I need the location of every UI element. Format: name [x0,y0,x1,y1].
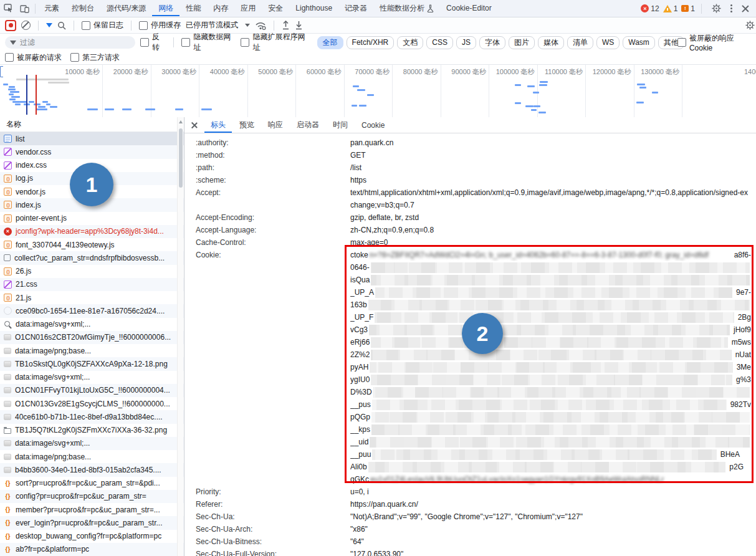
filter-chip-全部[interactable]: 全部 [317,36,343,49]
filter-chip-清单[interactable]: 清单 [567,36,593,49]
request-name: cce09bc0-1654-11ee-81e7-a167056c2d24.... [16,307,165,315]
request-row[interactable]: ever_login?pr=ucpro&fr=pc&uc_param_str..… [0,516,184,529]
tab-性能数据分析[interactable]: 性能数据分析 [373,0,440,16]
filter-chip-字体[interactable]: 字体 [479,36,505,49]
preserve-log-checkbox[interactable]: 保留日志 [82,20,123,31]
detail-tab-预览[interactable]: 预览 [233,118,261,133]
tab-源代码/来源[interactable]: 源代码/来源 [100,0,152,16]
hide-extension-urls-checkbox[interactable]: 隐藏扩展程序网址 [241,32,309,53]
detail-tab-响应[interactable]: 响应 [262,118,289,133]
request-list-scrollbar[interactable] [177,117,183,556]
more-options-icon[interactable] [728,4,735,12]
network-settings-gear-icon[interactable] [745,21,756,30]
overview-selection-handle[interactable] [0,66,3,77]
request-row[interactable]: member?pr=ucpro&fr=pc&uc_param_str=... [0,503,184,516]
invert-filter-checkbox[interactable]: 反转 [140,32,166,53]
request-row[interactable]: O1CN013Gv28E1gScycjCLMS_!!600000000... [0,397,184,410]
error-count-badge[interactable]: × 12 [641,4,659,13]
tab-记录器[interactable]: 记录器 [338,0,373,16]
cookie-fragment: eRj66 [350,336,370,348]
detail-tab-时间[interactable]: 时间 [327,118,354,133]
filter-chip-文档[interactable]: 文档 [397,36,423,49]
request-row[interactable]: data:image/svg+xml;... [0,318,184,331]
tab-性能[interactable]: 性能 [179,0,207,16]
tab-控制台[interactable]: 控制台 [65,0,100,16]
scrollbar-thumb[interactable] [179,128,183,188]
close-detail-icon[interactable] [191,122,198,129]
tab-内存[interactable]: 内存 [207,0,234,16]
request-list-header-name[interactable]: 名称 [0,117,184,132]
tab-安全[interactable]: 安全 [262,0,289,16]
throttling-dropdown[interactable]: 已停用节流模式 [186,20,250,31]
import-har-icon[interactable] [282,21,290,30]
close-devtools-icon[interactable] [741,4,750,13]
tab-元素[interactable]: 元素 [38,0,65,16]
network-overview-timeline[interactable]: 10000 毫秒20000 毫秒30000 毫秒40000 毫秒50000 毫秒… [0,65,756,118]
export-har-icon[interactable] [295,21,303,30]
tab-Lighthouse[interactable]: Lighthouse [289,0,338,16]
third-party-requests-checkbox[interactable]: 第三方请求 [70,52,120,63]
request-row[interactable]: pointer-event.js [0,212,184,225]
settings-gear-icon[interactable] [708,1,724,17]
warning-count-badge[interactable]: 1 [663,4,678,13]
request-row[interactable]: vendor.css [0,145,184,158]
scroll-up-arrow-icon[interactable] [179,120,183,123]
checkbox[interactable] [139,21,148,30]
filter-chip-WS[interactable]: WS [596,36,620,49]
filter-toggle-icon[interactable] [46,23,52,27]
hide-extension-urls-label: 隐藏扩展程序网址 [252,32,309,53]
request-row[interactable]: list [0,132,184,145]
request-row[interactable]: data:image/svg+xml;... [0,437,184,450]
network-conditions-icon[interactable] [255,21,266,30]
filter-chip-Fetch/XHR[interactable]: Fetch/XHR [347,36,395,49]
detail-tab-Cookie[interactable]: Cookie [355,118,391,133]
filter-chip-JS[interactable]: JS [456,36,476,49]
request-row[interactable]: cce09bc0-1654-11ee-81e7-a167056c2d24.... [0,304,184,317]
clear-network-log-icon[interactable] [21,21,31,30]
request-row[interactable]: sort?pr=ucpro&fr=pc&uc_param_str=&pdi... [0,477,184,490]
tab-应用[interactable]: 应用 [234,0,262,16]
detail-tab-启动器[interactable]: 启动器 [290,118,325,133]
filter-chip-Wasm[interactable]: Wasm [623,36,655,49]
request-row[interactable]: data:image/svg+xml;... [0,371,184,384]
request-row[interactable]: O1CN01FFvyT01kjLtoUxG5C_!!6000000004... [0,384,184,397]
request-row[interactable]: font_3307044_4l139eotewy.js [0,238,184,251]
request-row[interactable]: TB1oSkstQL0gK0jSZFAXXcA9pXa-12-18.png [0,357,184,370]
tab-Cookie-Editor[interactable]: Cookie-Editor [440,0,498,16]
request-row[interactable]: TB1J5Q7tKL2gK0jSZFmXXc7iXXa-36-32.png [0,424,184,437]
request-row[interactable]: jconfig?wpk-header=app%3Dcy68jy8t-3i4d..… [0,225,184,238]
header-name: :path: [184,161,350,174]
request-row[interactable]: O1CN016s2CBT20wfGimyTje_!!6000000006... [0,331,184,344]
request-row[interactable]: collect?uc_param_str=dndsfrpfbibdosvessb… [0,251,184,264]
request-row[interactable]: config?pr=ucpro&fr=pc&uc_param_str= [0,490,184,503]
record-network-log-button[interactable] [5,20,16,31]
request-row[interactable]: b4bb3600-34e0-11ed-8bf3-015ab2cfa345.... [0,463,184,476]
timeline-tick-label: 130000 毫秒 [641,67,679,77]
request-row[interactable]: 21.css [0,278,184,291]
detail-tab-标头[interactable]: 标头 [204,118,232,133]
doc-file-icon [4,135,12,143]
checkbox[interactable] [82,21,90,30]
filter-input[interactable]: 过滤 [5,36,135,49]
request-row[interactable]: data:image/png;base... [0,344,184,357]
filter-chip-媒体[interactable]: 媒体 [538,36,564,49]
hide-data-urls-checkbox[interactable]: 隐藏数据网址 [181,32,236,53]
request-row[interactable]: 40ce61b0-b71b-11ec-8bef-d9a13bbd84ec.... [0,410,184,423]
blocked-response-cookies-checkbox[interactable]: 被屏蔽的响应 Cookie [677,33,756,52]
blocked-response-cookies-label: 被屏蔽的响应 Cookie [689,33,756,52]
request-row[interactable]: desktop_buwang_config?fr=pc&platform=pc [0,530,184,543]
filter-chip-图片[interactable]: 图片 [509,36,535,49]
search-icon[interactable] [57,21,66,30]
request-row[interactable]: 26.js [0,265,184,278]
tab-网络[interactable]: 网络 [152,0,179,16]
blocked-requests-checkbox[interactable]: 被屏蔽的请求 [5,52,62,63]
issues-count-badge[interactable]: ! 1 [681,4,695,13]
request-row[interactable]: ab?fr=pc&platform=pc [0,543,184,556]
request-row[interactable]: 21.js [0,291,184,304]
request-row[interactable]: data:image/png;base... [0,450,184,463]
inspect-element-icon[interactable] [0,1,16,17]
disable-cache-checkbox[interactable]: 停用缓存 [139,20,181,31]
header-row: :authority:pan.quark.cn [184,137,756,149]
device-toolbar-icon[interactable] [16,1,32,17]
filter-chip-CSS[interactable]: CSS [426,36,453,49]
